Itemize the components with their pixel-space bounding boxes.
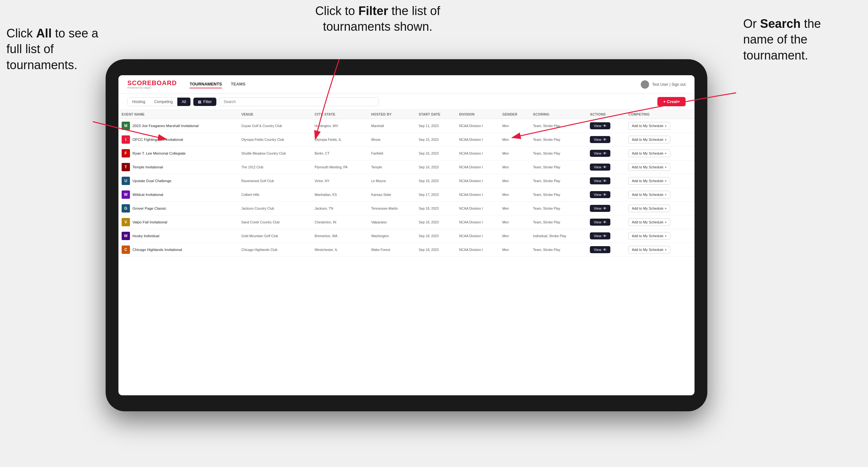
cell-scoring: Team, Stroke Play <box>530 201 587 215</box>
cell-event-name: W Husky Individual <box>118 229 238 243</box>
tournaments-table: EVENT NAME VENUE CITY, STATE HOSTED BY S… <box>118 110 694 257</box>
team-logo: I <box>122 135 130 144</box>
team-logo: U <box>122 177 130 185</box>
view-button[interactable]: View 👁 <box>590 122 610 129</box>
cell-hosted-by: Illinois <box>368 133 416 147</box>
eye-icon: 👁 <box>603 151 607 155</box>
cell-scoring: Individual, Stroke Play <box>530 229 587 243</box>
plus-icon: + <box>665 193 667 196</box>
cell-actions: View 👁 <box>587 243 625 257</box>
nav-tab-tournaments[interactable]: TOURNAMENTS <box>189 80 222 88</box>
cell-hosted-by: Le Moyne <box>368 174 416 188</box>
cell-city-state: Chesterton, IN <box>311 215 368 229</box>
filter-tab-competing[interactable]: Competing <box>150 98 177 106</box>
cell-venue: Ravenwood Golf Club <box>238 174 311 188</box>
cell-venue: Olympia Fields Country Club <box>238 133 311 147</box>
cell-scoring: Team, Stroke Play <box>530 243 587 257</box>
cell-division: NCAA Division I <box>456 243 499 257</box>
cell-start-date: Sep 16, 2023 <box>415 160 456 174</box>
col-gender: GENDER <box>499 110 530 119</box>
team-logo: M <box>122 122 130 130</box>
table-row: G Grover Page Classic Jackson Country Cl… <box>118 201 694 215</box>
table-row: M 2023 Joe Feaganes Marshall Invitationa… <box>118 119 694 133</box>
cell-venue: Colbert Hills <box>238 188 311 201</box>
cell-gender: Men <box>499 174 530 188</box>
cell-gender: Men <box>499 188 530 201</box>
add-schedule-button[interactable]: Add to My Schedule + <box>628 163 670 171</box>
filter-tab-all[interactable]: All <box>177 98 190 106</box>
cell-actions: View 👁 <box>587 133 625 147</box>
event-name-text: 2023 Joe Feaganes Marshall Invitational <box>132 124 199 128</box>
add-schedule-button[interactable]: Add to My Schedule + <box>628 232 670 240</box>
eye-icon: 👁 <box>603 234 607 238</box>
add-schedule-button[interactable]: Add to My Schedule + <box>628 246 670 253</box>
add-schedule-button[interactable]: Add to My Schedule + <box>628 136 670 144</box>
cell-scoring: Team, Stroke Play <box>530 119 587 133</box>
cell-division: NCAA Division I <box>456 119 499 133</box>
cell-event-name: G Grover Page Classic <box>118 201 238 215</box>
view-button[interactable]: View 👁 <box>590 232 610 240</box>
cell-venue: Jackson Country Club <box>238 201 311 215</box>
add-schedule-button[interactable]: Add to My Schedule + <box>628 122 670 130</box>
view-button[interactable]: View 👁 <box>590 205 610 212</box>
team-logo: W <box>122 190 130 199</box>
filter-icon: ▦ <box>198 99 201 104</box>
team-logo: F <box>122 149 130 157</box>
cell-actions: View 👁 <box>587 229 625 243</box>
add-schedule-button[interactable]: Add to My Schedule + <box>628 177 670 185</box>
logo-sub: Powered by clippd <box>127 86 177 89</box>
view-button[interactable]: View 👁 <box>590 246 610 253</box>
create-button[interactable]: + Create <box>657 97 686 106</box>
cell-event-name: C Chicago Highlands Invitational <box>118 243 238 257</box>
cell-venue: Chicago Highlands Club <box>238 243 311 257</box>
cell-city-state: Victor, NY <box>311 174 368 188</box>
cell-hosted-by: Kansas State <box>368 188 416 201</box>
col-competing: COMPETING <box>625 110 694 119</box>
add-schedule-button[interactable]: Add to My Schedule + <box>628 218 670 226</box>
table-row: U Upstate Dual Challenge Ravenwood Golf … <box>118 174 694 188</box>
filter-button[interactable]: ▦ Filter <box>193 98 216 106</box>
filter-tab-hosting[interactable]: Hosting <box>128 98 150 106</box>
event-name-text: Wildcat Invitational <box>132 193 163 196</box>
cell-venue: Shuttle Meadow Country Club <box>238 147 311 160</box>
cell-start-date: Sep 18, 2023 <box>415 201 456 215</box>
cell-division: NCAA Division I <box>456 174 499 188</box>
add-schedule-button[interactable]: Add to My Schedule + <box>628 191 670 198</box>
cell-competing: Add to My Schedule + <box>625 147 694 160</box>
cell-actions: View 👁 <box>587 215 625 229</box>
view-button[interactable]: View 👁 <box>590 163 610 170</box>
col-venue: VENUE <box>238 110 311 119</box>
cell-venue: Gold Mountain Golf Club <box>238 229 311 243</box>
cell-start-date: Sep 17, 2023 <box>415 188 456 201</box>
add-schedule-button[interactable]: Add to My Schedule + <box>628 150 670 157</box>
view-button[interactable]: View 👁 <box>590 219 610 226</box>
cell-actions: View 👁 <box>587 188 625 201</box>
view-button[interactable]: View 👁 <box>590 191 610 198</box>
nav-tabs: TOURNAMENTS TEAMS <box>189 80 641 88</box>
plus-icon: + <box>665 137 667 142</box>
annotation-topcenter: Click to Filter the list oftournaments s… <box>282 3 474 35</box>
view-button[interactable]: View 👁 <box>590 177 610 184</box>
cell-gender: Men <box>499 243 530 257</box>
cell-event-name: M 2023 Joe Feaganes Marshall Invitationa… <box>118 119 238 133</box>
filter-label: Filter <box>203 99 212 104</box>
event-name-text: Temple Invitational <box>132 165 163 169</box>
eye-icon: 👁 <box>603 124 607 128</box>
header-right: Test User | Sign out <box>641 80 686 89</box>
cell-competing: Add to My Schedule + <box>625 201 694 215</box>
search-input[interactable] <box>219 97 379 106</box>
view-button[interactable]: View 👁 <box>590 136 610 143</box>
create-label: + Create <box>663 99 680 104</box>
tablet-screen: SCOREBOARD Powered by clippd TOURNAMENTS… <box>118 75 694 395</box>
cell-gender: Men <box>499 229 530 243</box>
nav-tab-teams[interactable]: TEAMS <box>231 80 246 88</box>
add-schedule-button[interactable]: Add to My Schedule + <box>628 205 670 212</box>
cell-scoring: Team, Stroke Play <box>530 147 587 160</box>
view-button[interactable]: View 👁 <box>590 150 610 157</box>
cell-competing: Add to My Schedule + <box>625 133 694 147</box>
cell-scoring: Team, Stroke Play <box>530 215 587 229</box>
cell-city-state: Jackson, TN <box>311 201 368 215</box>
cell-gender: Men <box>499 119 530 133</box>
cell-scoring: Team, Stroke Play <box>530 188 587 201</box>
cell-division: NCAA Division I <box>456 215 499 229</box>
